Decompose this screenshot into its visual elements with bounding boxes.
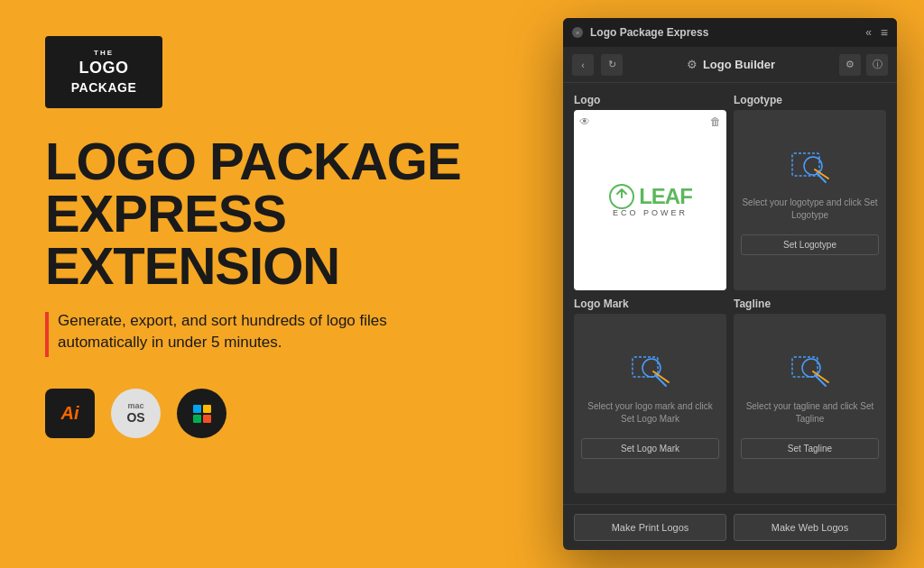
close-button[interactable]: × [572, 27, 583, 38]
eye-icon: 👁 [579, 115, 590, 128]
logo-mark-label: Logo Mark [574, 298, 726, 310]
set-tagline-button[interactable]: Set Tagline [741, 438, 879, 459]
macos-icon: mac OS [111, 389, 161, 438]
logo-mark-placeholder: Select your logo mark and click Set Logo… [574, 314, 726, 494]
platform-icons: Ai mac OS [45, 389, 478, 438]
left-panel: THE LOGO PACKAGE LOGO PACKAGE EXPRESS EX… [0, 0, 523, 568]
tagline-placeholder-icon [788, 348, 833, 393]
illustrator-icon: Ai [45, 389, 95, 438]
description-wrapper: Generate, export, and sort hundreds of l… [45, 310, 478, 357]
header-title-area: ⚙ Logo Builder [630, 58, 832, 71]
logo-mark-section: Logo Mark Select your logo mark and clic… [574, 298, 726, 494]
logo-label: Logo [574, 94, 726, 106]
set-logotype-button[interactable]: Set Logotype [741, 234, 879, 255]
info-button[interactable]: ⓘ [866, 54, 888, 76]
logotype-placeholder-icon [788, 144, 833, 189]
logo-mark-placeholder-icon [628, 348, 673, 393]
logotype-section: Logotype Select your logotype and click … [734, 94, 886, 290]
description-text: Generate, export, and sort hundreds of l… [58, 310, 478, 353]
refresh-button[interactable]: ↻ [601, 54, 623, 76]
tagline-placeholder-text: Select your tagline and click Set Taglin… [741, 400, 879, 426]
collapse-button[interactable]: « [865, 26, 872, 39]
panel-header: ‹ ↻ ⚙ Logo Builder ⚙ ⓘ [563, 47, 897, 83]
logotype-label: Logotype [734, 94, 886, 106]
menu-button[interactable]: ≡ [881, 25, 888, 40]
panel-title: Logo Package Express [590, 26, 708, 39]
trash-icon: 🗑 [710, 115, 721, 128]
brand-logo-box: THE LOGO PACKAGE [45, 36, 162, 108]
windows-icon [177, 389, 226, 438]
panel-title-bar: × Logo Package Express « ≡ [563, 18, 897, 47]
header-actions: ⚙ ⓘ [839, 54, 888, 76]
red-accent-bar [45, 312, 49, 357]
panel-content: Logo 👁 🗑 LEAF ECO POWER Logo [563, 83, 897, 504]
settings-button[interactable]: ⚙ [839, 54, 861, 76]
logotype-placeholder-text: Select your logotype and click Set Logot… [741, 197, 879, 222]
back-button[interactable]: ‹ [572, 54, 594, 76]
leaf-sub-text: ECO POWER [613, 208, 688, 217]
plugin-panel: × Logo Package Express « ≡ ‹ ↻ ⚙ Logo Bu… [563, 18, 897, 550]
logo-mark-placeholder-text: Select your logo mark and click Set Logo… [581, 400, 719, 426]
set-logo-mark-button[interactable]: Set Logo Mark [581, 438, 719, 459]
leaf-power-icon [608, 183, 635, 210]
logo-builder-icon: ⚙ [687, 58, 698, 71]
tagline-section: Tagline Select your tagline and click Se… [734, 298, 886, 494]
leaf-brand-text: LEAF [639, 184, 692, 209]
make-web-logos-button[interactable]: Make Web Logos [734, 514, 886, 541]
tagline-label: Tagline [734, 298, 886, 310]
leaf-logo: LEAF ECO POWER [608, 183, 692, 217]
header-title-text: Logo Builder [703, 58, 775, 71]
logo-section: Logo 👁 🗑 LEAF ECO POWER [574, 94, 726, 290]
panel-footer: Make Print Logos Make Web Logos [563, 504, 897, 550]
logotype-placeholder: Select your logotype and click Set Logot… [734, 110, 886, 290]
title-bar-left: × Logo Package Express [572, 26, 708, 39]
brand-logo-text: THE LOGO PACKAGE [71, 49, 136, 96]
logo-preview-box: 👁 🗑 LEAF ECO POWER [574, 110, 726, 290]
make-print-logos-button[interactable]: Make Print Logos [574, 514, 726, 541]
tagline-placeholder: Select your tagline and click Set Taglin… [734, 314, 886, 494]
main-headline: LOGO PACKAGE EXPRESS EXTENSION [45, 135, 478, 292]
leaf-brand: LEAF [608, 183, 692, 210]
